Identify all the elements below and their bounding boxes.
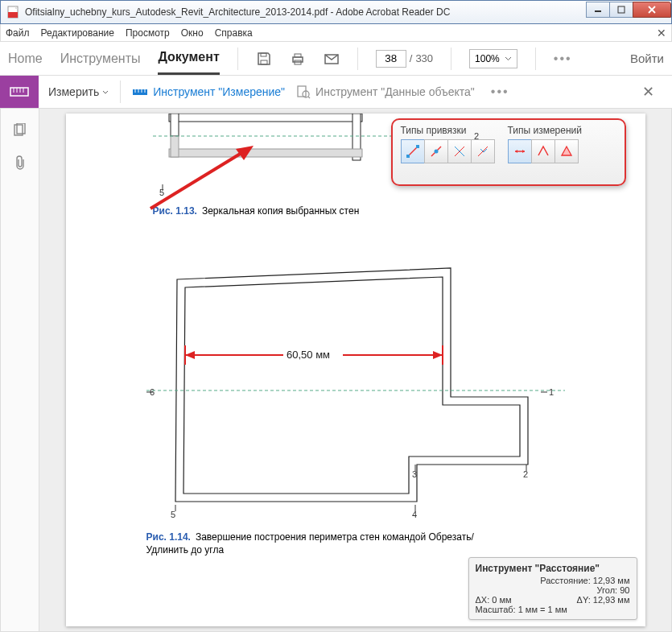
figure-1-14-caption: Рис. 1.14.Завершение построения периметр… [146,531,484,556]
tool-object-data-button[interactable]: Инструмент "Данные объекта" [296,85,475,99]
close-measure-bar-icon[interactable]: ✕ [642,83,662,101]
ruler-icon [132,86,148,97]
save-icon[interactable] [256,51,272,67]
measure-types-popup: Типы привязки Типы измерений [391,118,626,186]
svg-marker-59 [522,150,525,153]
snap-intersection-icon[interactable] [447,139,472,163]
chevron-down-icon [102,90,109,94]
svg-rect-12 [10,88,28,96]
dy-val: 12,93 мм [593,595,630,605]
svg-line-24 [308,97,310,98]
fig2-label-5: 5 [171,510,175,519]
snap-perpendicular-icon[interactable] [471,139,495,163]
menubar: Файл Редактирование Просмотр Окно Справк… [0,24,672,42]
figure-1-13-caption: Рис. 1.13.Зеркальная копия выбранных сте… [153,205,360,217]
fig2-text: Завершение построения периметра стен ком… [146,531,474,556]
measure-toolbar: Измерить Инструмент "Измерение" Инструме… [0,76,672,109]
dist-label: Расстояние: [540,576,590,585]
menu-edit[interactable]: Редактирование [41,27,114,39]
measure-area-icon[interactable] [555,139,579,163]
measure-dropdown[interactable]: Измерить [48,85,109,98]
measure-perimeter-icon[interactable] [531,139,555,163]
page-nav: / 330 [376,50,433,68]
page-total: 330 [415,52,433,64]
fig2-label-2: 2 [523,469,528,479]
svg-point-53 [434,150,438,154]
chevron-down-icon [505,56,512,61]
fig1-num: Рис. 1.13. [153,205,197,217]
attachments-icon[interactable] [14,155,27,171]
window-maximize-button[interactable] [609,2,633,18]
figure-1-13: 3 5 [153,114,418,197]
angle-val: 90 [620,585,629,595]
separator [451,48,451,70]
tab-tools[interactable]: Инструменты [60,52,141,66]
measure-info-tooltip: Инструмент "Расстояние" Расстояние: 12,9… [468,557,637,620]
zoom-value: 100% [475,53,500,64]
tab-home[interactable]: Home [8,52,43,66]
dy-label: ΔY: [577,595,591,605]
fig1-text: Зеркальная копия выбранных стен [202,205,359,217]
scale-val: 1 мм = 1 мм [518,605,567,614]
tool-measure-button[interactable]: Инструмент "Измерение" [132,85,285,98]
page-canvas[interactable]: 3 5 Рис. 1.13.Зеркальная копия выбранных… [39,109,671,631]
svg-rect-1 [8,12,18,18]
dx-label: ΔX: [476,595,490,605]
svg-rect-50 [406,155,410,158]
separator [357,48,358,70]
measure-category-icon[interactable] [0,76,39,108]
svg-marker-58 [515,150,517,153]
email-icon[interactable] [324,52,340,66]
menu-view[interactable]: Просмотр [126,27,170,39]
tool-objdata-label: Инструмент "Данные объекта" [315,85,475,98]
more-measure-icon[interactable]: ••• [491,85,509,99]
more-tools-icon[interactable]: ••• [554,52,572,66]
svg-marker-38 [185,351,195,359]
svg-rect-3 [618,6,625,13]
thumbnails-icon[interactable] [13,123,27,138]
object-data-icon [296,85,311,99]
measure-title: Типы измерений [508,125,582,136]
window-minimize-button[interactable] [586,2,610,18]
fig2-label-1: 1 [549,387,554,397]
angle-label: Угол: [597,585,618,595]
svg-rect-51 [416,145,419,148]
separator [120,81,121,103]
window-close-button[interactable] [633,2,671,18]
svg-rect-29 [171,114,179,136]
snap-midpoint-icon[interactable] [424,139,448,163]
page-number-input[interactable] [376,50,406,68]
signin-button[interactable]: Войти [630,52,664,65]
menu-file[interactable]: Файл [6,27,30,39]
fig2-label-3: 3 [412,469,417,479]
svg-rect-27 [169,114,362,122]
page-sep: / [410,52,413,64]
document-close-icon[interactable]: ✕ [657,27,666,39]
scale-label: Масштаб: [476,605,516,614]
dist-val: 12,93 мм [593,576,630,585]
fig1-label-2: 2 [474,131,479,141]
zoom-dropdown[interactable]: 100% [469,49,517,68]
figure-1-14: 60,50 мм 6 1 3 2 5 4 [146,263,565,521]
measure-types-group: Типы измерений [508,125,582,180]
svg-rect-31 [171,136,179,157]
tab-document[interactable]: Документ [158,50,219,75]
side-rail [1,109,39,631]
fig1-label-5: 5 [159,188,164,197]
document-body: 3 5 Рис. 1.13.Зеркальная копия выбранных… [0,109,672,632]
snap-title: Типы привязки [401,125,495,136]
separator [237,48,238,70]
menu-window[interactable]: Окно [181,27,204,39]
menu-help[interactable]: Справка [215,27,253,39]
svg-rect-30 [169,149,362,157]
dx-val: 0 мм [492,595,511,605]
print-icon[interactable] [290,51,306,67]
snap-endpoint-icon[interactable] [401,139,425,163]
separator [535,48,536,70]
fig2-label-4: 4 [412,510,417,519]
main-toolbar: Home Инструменты Документ / 330 100% •••… [0,42,672,76]
measure-distance-icon[interactable] [508,139,532,163]
pdf-page: 3 5 Рис. 1.13.Зеркальная копия выбранных… [66,114,645,626]
fig2-num: Рис. 1.14. [146,531,191,543]
window-title: Ofitsialny_uchebny_kurs_Autodesk_Revit_A… [25,6,671,18]
